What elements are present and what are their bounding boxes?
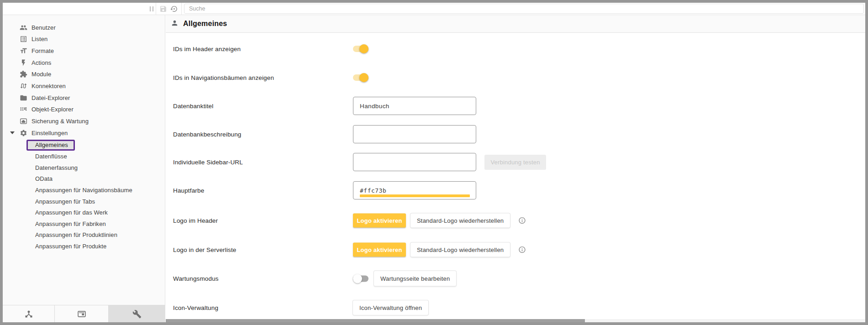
text-input[interactable] — [360, 131, 469, 138]
save-icon[interactable] — [159, 5, 167, 13]
sidebar-subitem-odata[interactable]: OData — [3, 174, 164, 184]
sidebar-item-benutzer[interactable]: Benutzer — [3, 21, 164, 33]
bolt-icon — [20, 59, 27, 67]
setting-row-wartungsmodus: WartungsmodusWartungsseite bearbeiten — [173, 271, 862, 286]
sidebar-item-datei-explorer[interactable]: Datei-Explorer — [3, 92, 164, 104]
sidebar-subitem-datenerfassung[interactable]: Datenerfassung — [3, 162, 164, 173]
setting-label: Logo in der Serverliste — [173, 246, 353, 253]
sidebar-item-actions[interactable]: Actions — [3, 57, 164, 68]
info-icon — [518, 246, 526, 254]
setting-row-ids-in-navigationsbäumen-anzeigen: IDs in Navigationsbäumen anzeigen — [173, 73, 862, 82]
setting-label: Hauptfarbe — [173, 187, 353, 194]
gear-icon — [20, 129, 27, 137]
text-field[interactable] — [353, 97, 476, 115]
restore-icon[interactable] — [170, 5, 178, 13]
sidebar-subitem-label: Anpassungen für Navigationsbäume — [35, 187, 132, 194]
sidebar-item-objekt-explorer[interactable]: Objekt-Explorer — [3, 104, 164, 115]
puzzle-icon — [20, 70, 27, 78]
setting-label: IDs in Navigationsbäumen anzeigen — [173, 74, 353, 81]
hub-icon — [24, 309, 33, 319]
setting-row-logo-im-header: Logo im HeaderLogo aktivierenStandard-Lo… — [173, 214, 862, 228]
color-field[interactable] — [353, 181, 476, 199]
scrollbar-thumb[interactable] — [166, 319, 585, 322]
text-field[interactable] — [353, 153, 476, 171]
setting-row-ids-im-header-anzeigen: IDs im Header anzeigen — [173, 44, 862, 53]
sidebar-subitem-label: OData — [35, 175, 53, 182]
sidebar-item-module[interactable]: Module — [3, 68, 164, 80]
panel-resize-handle[interactable] — [150, 6, 153, 11]
sidebar-subitem-datenflüsse[interactable]: Datenflüsse — [3, 152, 164, 162]
sidebar-item-sicherung-wartung[interactable]: Sicherung & Wartung — [3, 115, 164, 127]
setting-controls: Logo aktivierenStandard-Logo wiederherst… — [353, 243, 526, 257]
wrench-icon — [132, 309, 142, 319]
sidebar-subitem-anpassungen-für-das-werk[interactable]: Anpassungen für das Werk — [3, 208, 164, 218]
text-input[interactable] — [360, 159, 469, 166]
toggle-switch-on[interactable] — [353, 44, 368, 53]
sidebar-item-label: Datei-Explorer — [32, 94, 70, 101]
card-icon — [77, 309, 86, 319]
sidebar-subitem-anpassungen-für-produktlinien[interactable]: Anpassungen für Produktlinien — [3, 230, 164, 240]
sidebar-item-label: Einstellungen — [32, 130, 68, 136]
sidebar-item-einstellungen[interactable]: Einstellungen — [3, 127, 164, 139]
page-title: Allgemeines — [183, 20, 227, 28]
sidebar-item-label: Konnektoren — [32, 83, 66, 89]
sidebar-subitem-allgemeines[interactable]: Allgemeines — [3, 140, 164, 150]
toolbar-divider — [156, 3, 156, 15]
setting-label: IDs im Header anzeigen — [173, 46, 353, 52]
expand-caret-icon[interactable] — [10, 131, 15, 134]
setting-row-individuelle-sidebar-url: Individuelle Sidebar-URLVerbindung teste… — [173, 153, 862, 171]
toolbar-divider — [181, 3, 182, 15]
sidebar-item-konnektoren[interactable]: Konnektoren — [3, 80, 164, 92]
sidebar-subitem-anpassungen-für-fabriken[interactable]: Anpassungen für Fabriken — [3, 219, 164, 229]
text-field[interactable] — [353, 125, 476, 143]
toggle-knob — [359, 44, 368, 53]
sidebar-tab-layout[interactable] — [55, 305, 109, 322]
setting-controls — [353, 73, 368, 82]
info-icon — [518, 217, 526, 225]
setting-label: Logo im Header — [173, 217, 353, 224]
grid-dots-icon — [20, 105, 27, 113]
toggle-switch-off[interactable] — [353, 274, 368, 283]
color-swatch — [360, 194, 470, 197]
sidebar-subitem-label: Anpassungen für Produkte — [35, 243, 106, 250]
setting-label: Datenbanktitel — [173, 103, 353, 110]
folder-icon — [20, 94, 27, 102]
setting-controls — [353, 125, 476, 143]
sidebar-subitem-anpassungen-für-navigationsbäume[interactable]: Anpassungen für Navigationsbäume — [3, 185, 164, 195]
sidebar-subitem-label: Datenerfassung — [35, 164, 78, 171]
restore-default-logo-button[interactable]: Standard-Logo wiederherstellen — [410, 214, 510, 228]
person-icon — [171, 19, 179, 29]
sidebar-item-label: Formate — [32, 47, 54, 54]
setting-controls: Verbindung testen — [353, 153, 546, 171]
text-input[interactable] — [360, 103, 469, 110]
sidebar-tab-tools[interactable] — [109, 305, 165, 322]
search-input[interactable] — [184, 4, 864, 14]
setting-row-datenbanktitel: Datenbanktitel — [173, 97, 862, 115]
sidebar-tab-hierarchy[interactable] — [3, 305, 55, 322]
setting-row-icon-verwaltung: Icon-VerwaltungIcon-Verwaltung öffnen — [173, 300, 862, 315]
info-icon[interactable] — [518, 246, 526, 254]
sidebar-subitem-anpassungen-für-tabs[interactable]: Anpassungen für Tabs — [3, 196, 164, 206]
setting-controls — [353, 97, 476, 115]
sidebar-subitem-anpassungen-für-produkte[interactable]: Anpassungen für Produkte — [3, 241, 164, 251]
color-input[interactable] — [360, 187, 469, 194]
open-icon-management-button[interactable]: Icon-Verwaltung öffnen — [353, 300, 428, 315]
page-header: Allgemeines — [166, 15, 865, 33]
top-toolbar — [3, 3, 865, 15]
setting-label: Datenbankbeschreibung — [173, 131, 353, 138]
sidebar-item-formate[interactable]: Formate — [3, 45, 164, 57]
edit-maintenance-page-button[interactable]: Wartungsseite bearbeiten — [374, 271, 456, 286]
sidebar-item-label: Benutzer — [32, 24, 56, 31]
horizontal-scrollbar[interactable] — [166, 319, 865, 322]
setting-controls: Wartungsseite bearbeiten — [353, 271, 456, 286]
toggle-switch-on[interactable] — [353, 73, 368, 82]
format-size-icon — [20, 47, 27, 55]
activate-logo-button[interactable]: Logo aktivieren — [353, 243, 406, 257]
setting-row-datenbankbeschreibung: Datenbankbeschreibung — [173, 125, 862, 143]
info-icon[interactable] — [518, 217, 526, 225]
setting-controls — [353, 181, 476, 199]
sidebar-item-listen[interactable]: Listen — [3, 33, 164, 45]
sidebar-item-label: Listen — [32, 36, 47, 42]
activate-logo-button[interactable]: Logo aktivieren — [353, 214, 406, 228]
restore-default-logo-button[interactable]: Standard-Logo wiederherstellen — [410, 243, 510, 257]
